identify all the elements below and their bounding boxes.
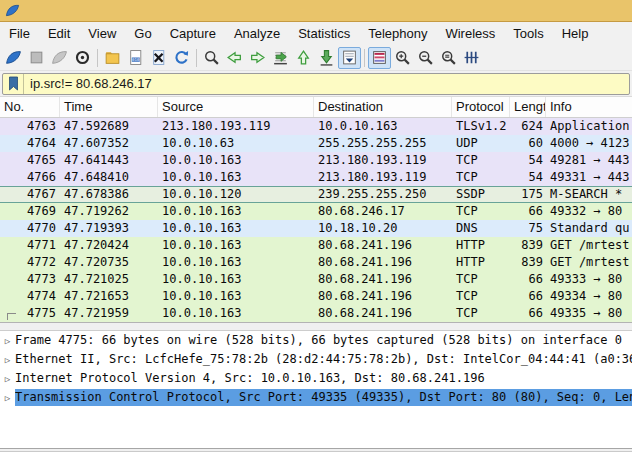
menu-item-tools[interactable]: Tools (504, 22, 552, 45)
column-header-time[interactable]: Time (60, 97, 158, 117)
expand-triangle-icon[interactable]: ▷ (0, 374, 15, 384)
go-back-button[interactable] (223, 47, 246, 69)
svg-text:010: 010 (132, 57, 140, 62)
packet-cell-destination: 80.68.241.196 (314, 254, 452, 271)
packet-cell-source: 10.0.10.163 (158, 220, 314, 237)
bookmark-icon[interactable] (3, 74, 24, 94)
packet-row[interactable]: 476747.67838610.0.10.120239.255.255.250S… (0, 186, 632, 203)
detail-row[interactable]: ▷Internet Protocol Version 4, Src: 10.0.… (0, 369, 632, 388)
packet-cell-info: 49332 → 80 (546, 203, 622, 220)
expand-triangle-icon[interactable]: ▷ (0, 355, 15, 365)
packet-cell-length: 66 (510, 288, 546, 305)
packet-cell-destination: 80.68.241.196 (314, 288, 452, 305)
packet-row[interactable]: 476947.71926210.0.10.16380.68.246.17TCP6… (0, 203, 632, 220)
menu-item-edit[interactable]: Edit (39, 22, 79, 45)
title-bar[interactable] (0, 0, 632, 22)
packet-cell-info: 4000 → 4123 (546, 135, 629, 152)
packet-cell-info: GET /mrtest (546, 237, 629, 254)
find-packet-icon (203, 49, 220, 66)
menu-item-view[interactable]: View (79, 22, 125, 45)
colorize-button[interactable] (368, 47, 391, 69)
packet-row[interactable]: 476547.64144310.0.10.163213.180.193.119T… (0, 152, 632, 169)
zoom-out-button[interactable] (414, 47, 437, 69)
menu-item-file[interactable]: File (0, 22, 39, 45)
resize-columns-button[interactable] (460, 47, 483, 69)
expand-triangle-icon[interactable]: ▷ (0, 336, 15, 346)
menu-item-capture[interactable]: Capture (161, 22, 225, 45)
go-to-packet-button[interactable] (269, 47, 292, 69)
save-file-button[interactable]: 010 (124, 47, 147, 69)
packet-cell-destination: 10.18.10.20 (314, 220, 452, 237)
packet-row[interactable]: 477347.72102510.0.10.16380.68.241.196TCP… (0, 271, 632, 288)
menu-bar: FileEditViewGoCaptureAnalyzeStatisticsTe… (0, 22, 632, 45)
go-down-button[interactable] (315, 47, 338, 69)
packet-cell-time: 47.721025 (60, 271, 158, 288)
open-file-button[interactable] (101, 47, 124, 69)
zoom-in-button[interactable] (391, 47, 414, 69)
go-to-packet-icon (272, 49, 289, 66)
filter-input[interactable]: ip.src!= 80.68.246.17 (2, 73, 630, 95)
packet-cell-time: 47.648410 (60, 169, 158, 186)
packet-cell-info: M-SEARCH * (546, 187, 622, 202)
column-header-destination[interactable]: Destination (314, 97, 452, 117)
packet-cell-source: 10.0.10.163 (158, 288, 314, 305)
restart-capture-icon (51, 49, 68, 66)
column-header-no[interactable]: No. (0, 97, 60, 117)
packet-row[interactable]: 476647.64841010.0.10.163213.180.193.119T… (0, 169, 632, 186)
detail-text[interactable]: Transmission Control Protocol, Src Port:… (15, 389, 632, 406)
capture-options-button[interactable] (71, 47, 94, 69)
packet-cell-protocol: HTTP (452, 254, 510, 271)
column-header-source[interactable]: Source (158, 97, 314, 117)
packet-row[interactable]: 477147.72042410.0.10.16380.68.241.196HTT… (0, 237, 632, 254)
packet-cell-length: 75 (510, 220, 546, 237)
packet-row[interactable]: 477547.72195910.0.10.16380.68.241.196TCP… (0, 305, 632, 322)
packet-row[interactable]: 477447.72165310.0.10.16380.68.241.196TCP… (0, 288, 632, 305)
menu-item-telephony[interactable]: Telephony (359, 22, 436, 45)
auto-scroll-icon (341, 49, 358, 66)
detail-text[interactable]: Ethernet II, Src: LcfcHefe_75:78:2b (28:… (15, 351, 632, 368)
reload-button[interactable] (170, 47, 193, 69)
packet-cell-destination: 255.255.255.255 (314, 135, 452, 152)
packet-cell-length: 839 (510, 237, 546, 254)
find-packet-button[interactable] (200, 47, 223, 69)
go-forward-button[interactable] (246, 47, 269, 69)
hex-dump[interactable]: 0000a0 36 9f 04 44 41 28 d2 44 75 78 2b … (0, 452, 632, 472)
column-header-protocol[interactable]: Protocol (452, 97, 510, 117)
menu-item-help[interactable]: Help (553, 22, 598, 45)
detail-row[interactable]: ▷Transmission Control Protocol, Src Port… (0, 388, 632, 407)
column-header-length[interactable]: Length (510, 97, 546, 117)
pane-splitter-top[interactable] (0, 322, 632, 331)
packet-row[interactable]: 477047.71939310.0.10.16310.18.10.20DNS75… (0, 220, 632, 237)
detail-text[interactable]: Internet Protocol Version 4, Src: 10.0.1… (15, 370, 632, 387)
menu-item-wireless[interactable]: Wireless (436, 22, 504, 45)
packet-cell-destination: 10.0.10.163 (314, 118, 452, 135)
packet-row[interactable]: 476347.592689213.180.193.11910.0.10.163T… (0, 118, 632, 135)
packet-cell-destination: 213.180.193.119 (314, 169, 452, 186)
column-header-info[interactable]: Info (546, 97, 632, 117)
detail-row[interactable]: ▷Frame 4775: 66 bytes on wire (528 bits)… (0, 331, 632, 350)
open-file-icon (104, 49, 121, 66)
go-up-button[interactable] (292, 47, 315, 69)
start-capture-button[interactable] (2, 47, 25, 69)
packet-cell-source: 10.0.10.163 (158, 152, 314, 169)
close-file-icon (150, 49, 167, 66)
reload-icon (173, 49, 190, 66)
detail-row[interactable]: ▷Ethernet II, Src: LcfcHefe_75:78:2b (28… (0, 350, 632, 369)
filter-text[interactable]: ip.src!= 80.68.246.17 (24, 76, 152, 91)
menu-item-analyze[interactable]: Analyze (225, 22, 289, 45)
close-file-button[interactable] (147, 47, 170, 69)
packet-cell-protocol: TCP (452, 305, 510, 322)
expand-triangle-icon[interactable]: ▷ (0, 393, 15, 403)
zoom-reset-button[interactable] (437, 47, 460, 69)
packet-row[interactable]: 476447.60735210.0.10.63255.255.255.255UD… (0, 135, 632, 152)
menu-item-statistics[interactable]: Statistics (289, 22, 359, 45)
start-capture-icon (5, 49, 22, 66)
auto-scroll-button[interactable] (338, 47, 361, 69)
packet-row[interactable]: 477247.72073510.0.10.16380.68.241.196HTT… (0, 254, 632, 271)
packet-cell-time: 47.720424 (60, 237, 158, 254)
detail-text[interactable]: Frame 4775: 66 bytes on wire (528 bits),… (15, 332, 632, 349)
packet-cell-time: 47.719393 (60, 220, 158, 237)
packet-cell-time: 47.678386 (60, 187, 158, 202)
menu-item-go[interactable]: Go (125, 22, 160, 45)
go-forward-icon (249, 49, 266, 66)
